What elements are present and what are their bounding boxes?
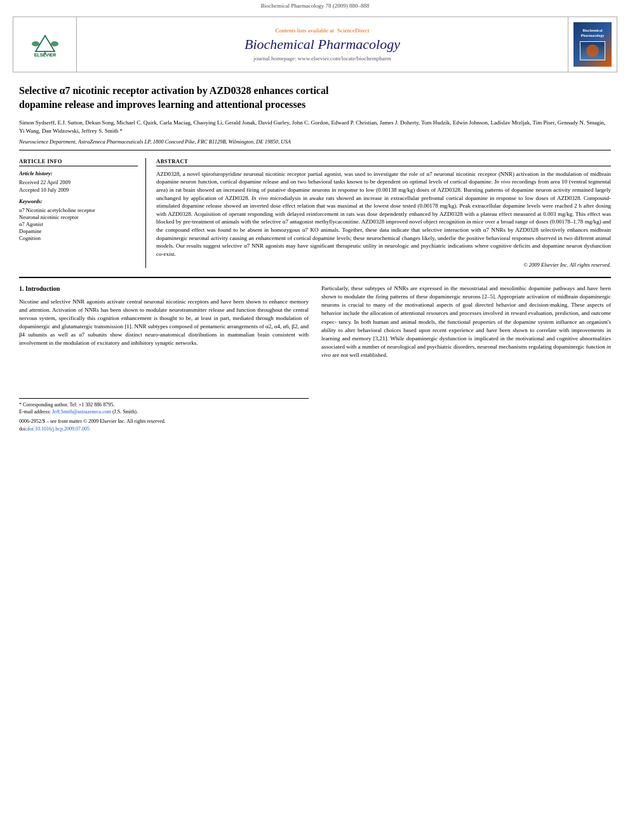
keyword-3: α7 Agonist <box>19 221 138 227</box>
section-title-text: Introduction <box>25 285 60 292</box>
header-center-section: Contents lists available at ScienceDirec… <box>77 17 568 72</box>
accepted-date: Accepted 10 July 2009 <box>19 187 138 193</box>
elsevier-logo-section: ELSEVIER <box>13 17 77 72</box>
affiliation: Neuroscience Department, AstraZeneca Pha… <box>19 138 611 150</box>
journal-cover-section: BiochemicalPharmacology <box>568 17 617 72</box>
sciencedirect-line: Contents lists available at ScienceDirec… <box>276 27 370 34</box>
footnote-corresponding: * Corresponding author. Tel: +1 302 886 … <box>19 401 309 408</box>
keyword-5: Cognition <box>19 235 138 241</box>
email-label: E-mail address: <box>19 409 52 415</box>
footnote-divider <box>19 398 309 399</box>
article-history-label: Article history: <box>19 170 138 177</box>
body-two-col: 1. Introduction Nicotine and selective N… <box>19 284 611 432</box>
svg-point-4 <box>51 41 58 46</box>
sciencedirect-text: ScienceDirect <box>337 27 369 34</box>
section-number: 1. <box>19 285 24 292</box>
copyright-text: © 2009 Elsevier Inc. All rights reserved… <box>156 262 611 268</box>
footnote-email: E-mail address: Jeff.Smith@astrazeneca.c… <box>19 408 309 415</box>
abstract-column: ABSTRACT AZD0328, a novel spirofuropyrid… <box>156 158 611 269</box>
body-content: 1. Introduction Nicotine and selective N… <box>19 277 611 432</box>
keywords-label: Keywords: <box>19 198 138 204</box>
keyword-4: Dopamine <box>19 228 138 234</box>
keyword-1: α7 Nicotinic acetylcholine receptor <box>19 207 138 213</box>
abstract-text: AZD0328, a novel spirofuropyridine neuro… <box>156 170 611 258</box>
svg-point-3 <box>32 41 39 46</box>
authors-list: Simon Sydserff, E.J. Sutton, Dekun Song,… <box>19 119 611 136</box>
doi-label: doi: <box>19 426 27 432</box>
journal-ref-text: Biochemical Pharmacology 78 (2009) 880–8… <box>261 3 370 9</box>
footnote-doi: doi:doi:10.1016/j.bcp.2009.07.005 <box>19 425 309 432</box>
header-section: ELSEVIER Contents lists available at Sci… <box>13 17 617 72</box>
journal-homepage: journal homepage: www.elsevier.com/locat… <box>253 55 391 62</box>
received-date: Received 22 April 2009 <box>19 179 138 185</box>
email-author: (J.S. Smith). <box>112 409 138 415</box>
page-wrapper: Biochemical Pharmacology 78 (2009) 880–8… <box>0 0 630 439</box>
elsevier-logo-icon: ELSEVIER <box>23 32 67 57</box>
article-info-header: ARTICLE INFO <box>19 158 138 166</box>
email-address[interactable]: Jeff.Smith@astrazeneca.com <box>52 409 111 415</box>
lowest-word: lowest <box>373 203 389 209</box>
journal-title: Biochemical Pharmacology <box>245 36 400 53</box>
keyword-2: Neuronal nicotinic receptor <box>19 214 138 220</box>
footnote-copyright: 0006-2952/$ – see front matter © 2009 El… <box>19 418 309 425</box>
body-col-left: 1. Introduction Nicotine and selective N… <box>19 284 309 432</box>
intro-paragraph-2: Particularly, these subtypes of NNRs are… <box>321 284 611 359</box>
journal-ref: Biochemical Pharmacology 78 (2009) 880–8… <box>0 0 630 11</box>
intro-section-title: 1. Introduction <box>19 284 309 294</box>
article-info-abstract-section: ARTICLE INFO Article history: Received 2… <box>19 158 611 269</box>
abstract-header: ABSTRACT <box>156 158 611 166</box>
doi-value[interactable]: doi:10.1016/j.bcp.2009.07.005 <box>27 426 89 432</box>
journal-cover-image: BiochemicalPharmacology <box>573 22 612 67</box>
article-content: Selective α7 nicotinic receptor activati… <box>0 77 630 439</box>
article-info-column: ARTICLE INFO Article history: Received 2… <box>19 158 146 269</box>
intro-paragraph-1: Nicotine and selective NNR agonists acti… <box>19 298 309 347</box>
svg-text:ELSEVIER: ELSEVIER <box>34 53 56 57</box>
contents-text: Contents lists available at <box>276 27 334 34</box>
body-col-right: Particularly, these subtypes of NNRs are… <box>321 284 611 432</box>
article-title: Selective α7 nicotinic receptor activati… <box>19 84 611 112</box>
